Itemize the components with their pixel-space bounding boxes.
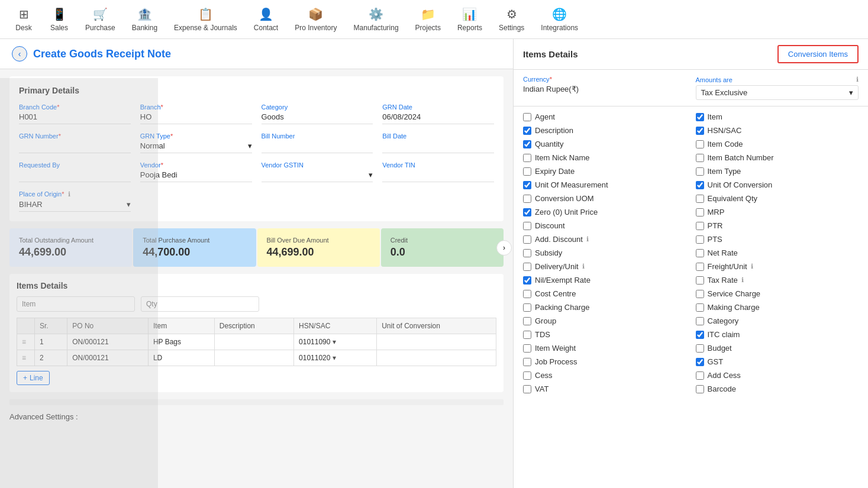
qty-search-input[interactable]: [141, 296, 259, 312]
nav-projects[interactable]: 📁 Projects: [407, 2, 449, 37]
checkbox-expiry_date[interactable]: [523, 167, 531, 176]
checkbox-item-barcode[interactable]: Barcode: [696, 384, 859, 393]
summary-expand-button[interactable]: ›: [496, 240, 512, 256]
checkbox-quantity[interactable]: [523, 140, 531, 148]
checkbox-cost_centre[interactable]: [523, 290, 531, 298]
checkbox-item-cess[interactable]: Cess: [523, 371, 686, 380]
checkbox-net_rate[interactable]: [696, 249, 704, 257]
checkbox-nil_exempt_rate[interactable]: [523, 276, 531, 285]
nav-expense[interactable]: 📋 Expense & Journals: [166, 2, 246, 37]
item-search-input[interactable]: [17, 296, 135, 312]
checkbox-mrp[interactable]: [696, 208, 704, 216]
checkbox-item-tax_rate[interactable]: Tax Rate ℹ: [696, 276, 859, 285]
nav-desk[interactable]: ⊞ Desk: [6, 2, 41, 37]
checkbox-item_type[interactable]: [696, 167, 704, 176]
checkbox-tax_rate[interactable]: [696, 276, 704, 285]
checkbox-item-agent[interactable]: Agent: [523, 112, 686, 121]
checkbox-tds[interactable]: [523, 331, 531, 339]
checkbox-agent[interactable]: [523, 113, 531, 121]
checkbox-item-delivery_unit[interactable]: Delivery/Unit ℹ: [523, 262, 686, 271]
checkbox-add_discount[interactable]: [523, 235, 531, 244]
checkbox-uom[interactable]: [523, 181, 531, 189]
checkbox-unit_of_conversion[interactable]: [696, 181, 704, 189]
checkbox-item-hsn_sac[interactable]: HSN/SAC: [696, 126, 859, 135]
checkbox-item-freight_unit[interactable]: Freight/Unit ℹ: [696, 262, 859, 271]
checkbox-item-making_charge[interactable]: Making Charge: [696, 303, 859, 312]
nav-reports[interactable]: 📊 Reports: [449, 2, 491, 37]
checkbox-item-item_weight[interactable]: Item Weight: [523, 344, 686, 353]
checkbox-discount[interactable]: [523, 222, 531, 230]
checkbox-item-add_cess[interactable]: Add Cess: [696, 371, 859, 380]
checkbox-packing_charge[interactable]: [523, 303, 531, 312]
checkbox-job_process[interactable]: [523, 358, 531, 366]
checkbox-item-subsidy[interactable]: Subsidy: [523, 248, 686, 257]
checkbox-item-service_charge[interactable]: Service Charge: [696, 289, 859, 298]
checkbox-barcode[interactable]: [696, 385, 704, 393]
bill-number-input[interactable]: [262, 141, 373, 153]
bill-date-input[interactable]: [382, 141, 494, 153]
vendor-gstin-select[interactable]: ▾: [262, 170, 373, 182]
checkbox-item-uom[interactable]: Unit Of Measurement: [523, 180, 686, 189]
nav-purchase[interactable]: 🛒 Purchase: [77, 2, 124, 37]
nav-contact[interactable]: 👤 Contact: [246, 2, 286, 37]
checkbox-item-ptr[interactable]: PTR: [696, 221, 859, 230]
checkbox-equivalent_qty[interactable]: [696, 195, 704, 203]
checkbox-item-description[interactable]: Description: [523, 126, 686, 135]
checkbox-item-cost_centre[interactable]: Cost Centre: [523, 289, 686, 298]
checkbox-item-packing_charge[interactable]: Packing Charge: [523, 303, 686, 312]
grn-type-select[interactable]: Normal ▾: [140, 141, 252, 153]
checkbox-cess[interactable]: [523, 371, 531, 380]
checkbox-vat[interactable]: [523, 385, 531, 393]
checkbox-pts[interactable]: [696, 235, 704, 244]
checkbox-item-zero_unit_price[interactable]: Zero (0) Unit Price: [523, 208, 686, 216]
checkbox-item-net_rate[interactable]: Net Rate: [696, 248, 859, 257]
checkbox-item-quantity[interactable]: Quantity: [523, 140, 686, 148]
checkbox-item-item_code[interactable]: Item Code: [696, 140, 859, 148]
add-line-button[interactable]: + Line: [17, 371, 50, 385]
conversion-items-button[interactable]: Conversion Items: [777, 45, 859, 63]
checkbox-item-item_batch_number[interactable]: Item Batch Number: [696, 153, 859, 162]
checkbox-item-pts[interactable]: PTS: [696, 235, 859, 244]
checkbox-item-job_process[interactable]: Job Process: [523, 357, 686, 366]
hsn-chevron-button[interactable]: ▾: [333, 338, 336, 346]
checkbox-item-group[interactable]: Group: [523, 316, 686, 325]
nav-integrations[interactable]: 🌐 Integrations: [533, 2, 586, 37]
nav-sales[interactable]: 📱 Sales: [41, 2, 77, 37]
checkbox-item_weight[interactable]: [523, 344, 531, 353]
checkbox-item-item_nick_name[interactable]: Item Nick Name: [523, 153, 686, 162]
checkbox-item-tds[interactable]: TDS: [523, 330, 686, 339]
checkbox-item-item[interactable]: Item: [696, 112, 859, 121]
grn-number-input[interactable]: [19, 141, 131, 153]
drag-handle[interactable]: ≡: [17, 350, 35, 366]
checkbox-item-expiry_date[interactable]: Expiry Date: [523, 167, 686, 176]
checkbox-zero_unit_price[interactable]: [523, 208, 531, 216]
checkbox-item-item_type[interactable]: Item Type: [696, 167, 859, 176]
checkbox-description[interactable]: [523, 127, 531, 135]
checkbox-freight_unit[interactable]: [696, 263, 704, 271]
checkbox-item-equivalent_qty[interactable]: Equivalent Qty: [696, 194, 859, 203]
checkbox-item-budget[interactable]: Budget: [696, 344, 859, 353]
place-of-origin-select[interactable]: BIHAR ▾: [19, 200, 131, 212]
back-button[interactable]: ‹: [12, 46, 27, 62]
nav-pro-inventory[interactable]: 📦 Pro Inventory: [286, 2, 345, 37]
checkbox-group[interactable]: [523, 317, 531, 325]
checkbox-ptr[interactable]: [696, 222, 704, 230]
checkbox-service_charge[interactable]: [696, 290, 704, 298]
checkbox-item-mrp[interactable]: MRP: [696, 208, 859, 216]
checkbox-item-add_discount[interactable]: Add. Discount ℹ: [523, 235, 686, 244]
checkbox-item-category[interactable]: Category: [696, 316, 859, 325]
checkbox-item-gst[interactable]: GST: [696, 357, 859, 366]
checkbox-item-unit_of_conversion[interactable]: Unit Of Conversion: [696, 180, 859, 189]
checkbox-item_batch_number[interactable]: [696, 154, 704, 162]
checkbox-delivery_unit[interactable]: [523, 263, 531, 271]
checkbox-category[interactable]: [696, 317, 704, 325]
amounts-select[interactable]: Tax Exclusive ▾: [696, 85, 859, 100]
checkbox-item-vat[interactable]: VAT: [523, 384, 686, 393]
checkbox-item-conversion_uom[interactable]: Conversion UOM: [523, 194, 686, 203]
checkbox-subsidy[interactable]: [523, 249, 531, 257]
checkbox-gst[interactable]: [696, 358, 704, 366]
vendor-tin-input[interactable]: [382, 170, 494, 182]
nav-banking[interactable]: 🏦 Banking: [124, 2, 166, 37]
checkbox-add_cess[interactable]: [696, 371, 704, 380]
hsn-chevron-button[interactable]: ▾: [333, 354, 336, 362]
